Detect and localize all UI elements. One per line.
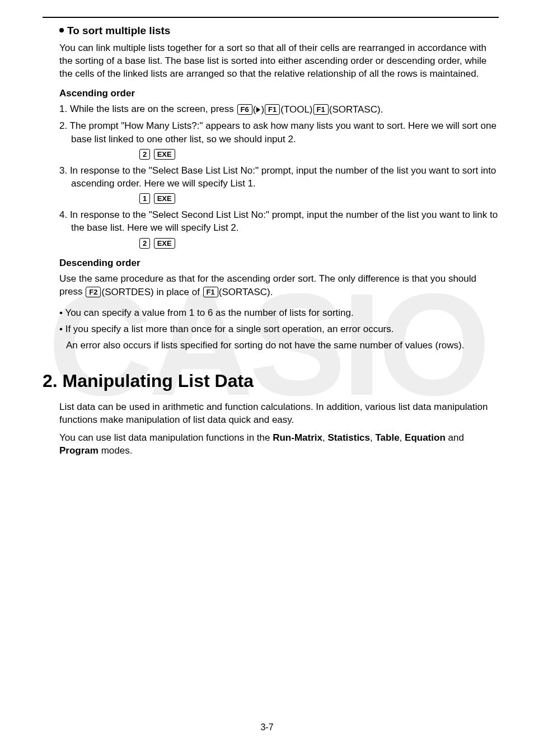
ascending-heading: Ascending order (59, 88, 499, 99)
step-3: 3. In response to the "Select Base List … (59, 164, 499, 190)
section-heading: 2. Manipulating List Data (43, 371, 499, 391)
key-exe: EXE (154, 149, 175, 160)
key-sequence-2exe: 2 EXE (139, 149, 499, 160)
top-rule (43, 17, 499, 18)
key-1: 1 (139, 193, 150, 204)
key-f1: F1 (313, 104, 329, 115)
page-number: 3-7 (0, 722, 534, 732)
key-exe: EXE (154, 238, 175, 249)
main-para-2: You can use list data manipulation funct… (59, 431, 499, 457)
key-exe: EXE (154, 193, 175, 204)
key-f6: F6 (237, 104, 252, 115)
key-sequence-1exe: 1 EXE (139, 193, 499, 204)
key-sequence-2exe-b: 2 EXE (139, 238, 499, 249)
key-2: 2 (139, 238, 150, 249)
key-f2: F2 (86, 287, 101, 297)
key-f1: F1 (265, 104, 280, 115)
bullet-icon (59, 28, 64, 32)
step-2: 2. The prompt "How Many Lists?:" appears… (59, 119, 499, 145)
key-f1: F1 (203, 287, 218, 297)
page-content: To sort multiple lists You can link mult… (43, 17, 499, 457)
descending-heading: Descending order (59, 258, 499, 269)
right-triangle-icon (256, 107, 260, 113)
step-1: 1. While the lists are on the screen, pr… (59, 102, 499, 116)
intro-paragraph: You can link multiple lists together for… (59, 41, 499, 80)
main-para-1: List data can be used in arithmetic and … (59, 400, 499, 426)
descending-paragraph: Use the same procedure as that for the a… (59, 272, 499, 298)
key-2: 2 (139, 149, 150, 160)
sub-heading: To sort multiple lists (59, 25, 499, 37)
bullet-item-2: If you specify a list more than once for… (59, 323, 499, 335)
bullet-item-1: You can specify a value from 1 to 6 as t… (59, 306, 499, 319)
step-4: 4. In response to the "Select Second Lis… (59, 208, 499, 234)
after-bullet-para: An error also occurs if lists specified … (66, 339, 499, 352)
